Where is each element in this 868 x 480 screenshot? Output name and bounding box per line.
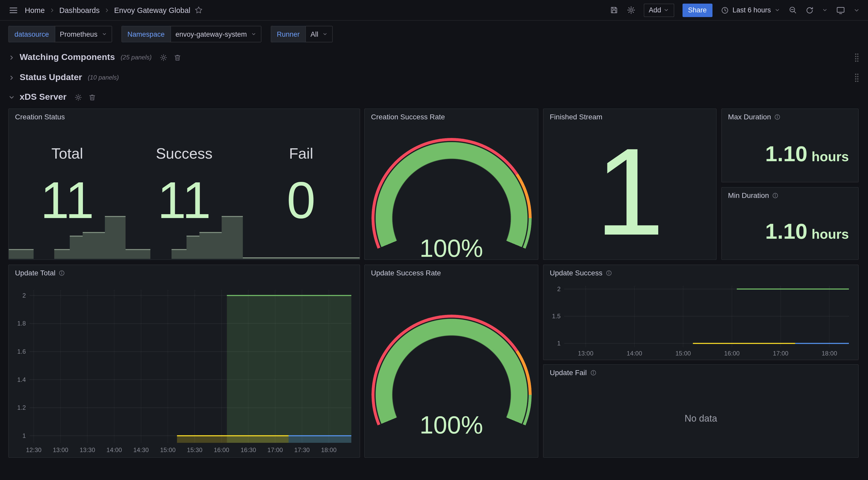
svg-text:15:30: 15:30 xyxy=(187,446,203,453)
row-delete-button[interactable] xyxy=(173,54,181,61)
panel-finished-stream: Finished Stream 1 xyxy=(543,109,717,260)
panel-min-duration: Min Duration 1.10 hours xyxy=(721,187,859,260)
row-watching-components[interactable]: Watching Components (25 panels) xyxy=(8,50,860,65)
panel-title[interactable]: Creation Status xyxy=(15,113,65,121)
info-icon[interactable] xyxy=(606,269,612,276)
panel-title[interactable]: Update Total xyxy=(15,269,56,277)
time-range-picker[interactable]: Last 6 hours xyxy=(720,6,780,14)
stat-value: 1.10 hours xyxy=(765,142,849,167)
favorite-star-button[interactable] xyxy=(194,6,203,14)
panel-title[interactable]: Finished Stream xyxy=(550,113,602,121)
svg-text:13:00: 13:00 xyxy=(53,446,68,453)
dashboard-settings-button[interactable] xyxy=(626,6,635,14)
stat-unit: hours xyxy=(812,226,849,242)
sparkline xyxy=(126,214,243,259)
svg-text:1.4: 1.4 xyxy=(17,376,26,383)
row-panel-count: (25 panels) xyxy=(121,54,152,61)
zoom-out-button[interactable] xyxy=(788,6,797,14)
panel-title[interactable]: Max Duration xyxy=(728,113,771,121)
chevron-right-icon xyxy=(49,7,55,13)
timeseries-chart[interactable]: 12:3013:0013:3014:0014:3015:0015:3016:00… xyxy=(13,284,354,454)
svg-text:15:00: 15:00 xyxy=(160,446,176,453)
gauge: 100% xyxy=(371,314,531,475)
stat-value: 1.10 hours xyxy=(765,219,849,244)
svg-text:1: 1 xyxy=(557,340,561,347)
stat-number: 1.10 xyxy=(765,142,808,167)
dashboard-canvas: Watching Components (25 panels) Status U… xyxy=(0,21,868,480)
chevron-down-icon xyxy=(663,7,669,13)
stat-number: 1.10 xyxy=(765,219,808,244)
info-icon[interactable] xyxy=(772,192,779,199)
sparkline xyxy=(9,214,126,259)
refresh-button[interactable] xyxy=(805,6,814,14)
chevron-right-icon xyxy=(8,74,15,81)
panel-update-success-rate: Update Success Rate 100% xyxy=(364,265,538,458)
svg-text:1: 1 xyxy=(23,432,26,439)
clock-icon xyxy=(720,6,729,14)
gauge-value-text: 100% xyxy=(371,411,531,439)
svg-text:2: 2 xyxy=(23,292,26,299)
row-title: Watching Components xyxy=(20,52,115,62)
row-panel-count: (10 panels) xyxy=(88,74,119,81)
stat-unit: hours xyxy=(812,149,849,165)
stat-total: Total 11 xyxy=(9,127,126,259)
info-icon[interactable] xyxy=(59,269,65,276)
panel-title[interactable]: Update Success xyxy=(550,269,602,277)
svg-text:2: 2 xyxy=(557,286,561,293)
row-xds-server[interactable]: xDS Server xyxy=(8,89,860,105)
chevron-right-icon xyxy=(104,7,110,13)
drag-handle-icon[interactable] xyxy=(854,73,860,82)
row-status-updater[interactable]: Status Updater (10 panels) xyxy=(8,70,860,85)
row-delete-button[interactable] xyxy=(88,93,96,101)
sparkline xyxy=(243,214,360,259)
gauge-value-text: 100% xyxy=(371,234,531,263)
svg-text:17:00: 17:00 xyxy=(268,446,283,453)
row-settings-button[interactable] xyxy=(159,54,167,61)
add-panel-button[interactable]: Add xyxy=(644,3,674,17)
menu-toggle-button[interactable] xyxy=(8,5,19,15)
panel-creation-status: Creation Status Total 11 Success 11 Fail… xyxy=(8,109,360,260)
breadcrumb-home[interactable]: Home xyxy=(25,6,45,14)
add-label: Add xyxy=(649,6,661,14)
panel-title[interactable]: Update Success Rate xyxy=(371,269,441,277)
svg-text:18:00: 18:00 xyxy=(321,446,337,453)
grafana-app: Home Dashboards Envoy Gateway Global Add… xyxy=(0,0,868,480)
row-title: Status Updater xyxy=(20,72,82,83)
svg-text:1.6: 1.6 xyxy=(17,348,26,355)
panel-title[interactable]: Creation Success Rate xyxy=(371,113,445,121)
breadcrumb-dashboards[interactable]: Dashboards xyxy=(59,6,99,14)
panel-update-fail: Update Fail No data xyxy=(543,364,859,458)
panel-creation-success-rate: Creation Success Rate 100% xyxy=(364,109,538,260)
stat-success: Success 11 xyxy=(126,127,243,259)
svg-text:14:00: 14:00 xyxy=(627,350,642,357)
svg-text:17:00: 17:00 xyxy=(773,350,788,357)
svg-text:13:30: 13:30 xyxy=(80,446,95,453)
svg-text:18:00: 18:00 xyxy=(822,350,837,357)
svg-text:1.8: 1.8 xyxy=(17,320,26,327)
panel-title[interactable]: Min Duration xyxy=(728,191,769,200)
stat-label: Success xyxy=(126,145,243,162)
save-dashboard-button[interactable] xyxy=(610,6,618,14)
chevron-down-icon xyxy=(774,7,780,13)
svg-text:1.2: 1.2 xyxy=(17,404,26,411)
svg-text:1.5: 1.5 xyxy=(552,312,561,320)
time-range-label: Last 6 hours xyxy=(733,6,771,14)
svg-text:13:00: 13:00 xyxy=(578,350,593,357)
svg-text:12:30: 12:30 xyxy=(26,446,41,453)
timeseries-chart[interactable]: 13:0014:0015:0016:0017:0018:0011.52 xyxy=(548,281,852,358)
info-icon[interactable] xyxy=(590,369,596,376)
top-nav: Home Dashboards Envoy Gateway Global Add… xyxy=(0,0,868,21)
share-button[interactable]: Share xyxy=(682,3,712,17)
drag-handle-icon[interactable] xyxy=(854,53,860,62)
svg-text:14:00: 14:00 xyxy=(106,446,122,453)
refresh-interval-button[interactable] xyxy=(822,7,828,13)
top-nav-actions: Add Share Last 6 hours xyxy=(610,3,860,17)
collapse-topnav-button[interactable] xyxy=(854,7,860,13)
stat-fail: Fail 0 xyxy=(243,127,360,259)
cycle-view-mode-button[interactable] xyxy=(836,5,845,15)
svg-text:14:30: 14:30 xyxy=(133,446,149,453)
info-icon[interactable] xyxy=(774,113,781,120)
panel-title[interactable]: Update Fail xyxy=(550,368,587,377)
panel-max-duration: Max Duration 1.10 hours xyxy=(721,109,859,182)
row-settings-button[interactable] xyxy=(74,93,82,101)
